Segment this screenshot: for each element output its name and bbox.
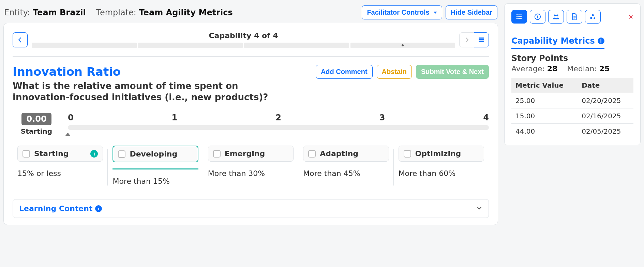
- learning-content-toggle[interactable]: Learning Content i: [13, 199, 489, 218]
- top-header: Entity: Team Brazil Template: Team Agili…: [3, 3, 498, 23]
- sidebar-section-label: Capability Metrics: [511, 36, 595, 46]
- svg-rect-3: [480, 39, 484, 40]
- cell-value: 15.00: [511, 108, 578, 124]
- cell-date: 02/16/2025: [578, 108, 633, 124]
- level-label: Starting: [34, 149, 69, 158]
- info-icon: i: [95, 205, 102, 212]
- submit-vote-button[interactable]: Submit Vote & Next: [416, 65, 489, 79]
- abstain-label: Abstain: [382, 68, 407, 76]
- sidebar-tab-info[interactable]: [530, 10, 545, 24]
- sidebar: ✕ Capability Metrics i Story Points Aver…: [504, 3, 641, 145]
- svg-point-8: [516, 16, 518, 17]
- current-value-badge: 0.00: [21, 113, 51, 125]
- metrics-table: Metric Value Date 25.0002/20/202515.0002…: [511, 78, 633, 139]
- svg-rect-21: [590, 17, 593, 19]
- tick-0: 0: [68, 113, 74, 122]
- cell-date: 02/05/2025: [578, 124, 633, 139]
- svg-point-20: [592, 14, 594, 16]
- svg-rect-17: [573, 16, 575, 16]
- info-icon[interactable]: i: [90, 150, 98, 158]
- hide-sidebar-button[interactable]: Hide Sidebar: [446, 5, 497, 19]
- sidebar-tab-shapes[interactable]: [585, 10, 601, 24]
- capability-list-button[interactable]: [474, 32, 489, 47]
- level-desc: More than 15%: [113, 177, 198, 186]
- prev-capability-button[interactable]: [13, 32, 28, 47]
- col-date: Date: [578, 78, 633, 93]
- svg-rect-2: [479, 39, 480, 40]
- svg-point-6: [516, 14, 518, 16]
- svg-rect-13: [537, 16, 538, 18]
- svg-rect-14: [537, 15, 538, 16]
- level-label: Optimizing: [415, 149, 461, 158]
- svg-point-10: [516, 18, 518, 19]
- progress-segments: [32, 43, 455, 48]
- svg-point-15: [554, 15, 556, 17]
- svg-rect-11: [518, 18, 522, 19]
- table-row: 25.0002/20/2025: [511, 93, 633, 108]
- avg-value: 28: [547, 64, 558, 73]
- add-comment-label: Add Comment: [321, 68, 368, 76]
- progress-seg-1[interactable]: [32, 43, 137, 48]
- level-label: Adapting: [320, 149, 358, 158]
- table-row: 15.0002/16/2025: [511, 108, 633, 124]
- level-chip-starting[interactable]: Startingi: [17, 146, 103, 162]
- hide-sidebar-label: Hide Sidebar: [451, 9, 492, 16]
- facilitator-controls-label: Facilitator Controls: [367, 9, 429, 16]
- svg-rect-18: [573, 17, 575, 17]
- svg-rect-0: [479, 38, 480, 39]
- svg-rect-4: [479, 41, 480, 42]
- info-icon: i: [598, 38, 604, 44]
- svg-rect-1: [480, 38, 484, 39]
- metric-name: Story Points: [511, 54, 633, 63]
- sidebar-section-title: Capability Metrics i: [511, 36, 604, 49]
- level-starting: Startingi15% or less: [13, 146, 108, 186]
- tick-2: 2: [275, 113, 281, 122]
- sidebar-tab-document[interactable]: [567, 10, 582, 24]
- capability-title: Innovation Ratio: [13, 65, 292, 78]
- sidebar-tab-list[interactable]: [511, 10, 527, 24]
- template-label: Template:: [96, 8, 136, 17]
- progress-seg-3[interactable]: [244, 43, 349, 48]
- svg-rect-9: [518, 16, 522, 17]
- cell-value: 25.00: [511, 93, 578, 108]
- slider-thumb[interactable]: [65, 133, 71, 136]
- close-sidebar-button[interactable]: ✕: [628, 13, 633, 20]
- metric-stats: Average: 28 Median: 25: [511, 64, 633, 73]
- tick-3: 3: [379, 113, 385, 122]
- cell-date: 02/20/2025: [578, 93, 633, 108]
- progress-seg-2[interactable]: [138, 43, 243, 48]
- slider-track[interactable]: [68, 125, 489, 130]
- checkbox[interactable]: [308, 150, 316, 158]
- cell-value: 44.00: [511, 124, 578, 139]
- median-label: Median:: [567, 64, 597, 73]
- add-comment-button[interactable]: Add Comment: [316, 65, 373, 79]
- current-value-label: Starting: [13, 127, 60, 135]
- capability-description: What is the relative amount of time spen…: [13, 80, 292, 103]
- col-metric-value: Metric Value: [511, 78, 578, 93]
- level-options: Startingi15% or lessDevelopingiMore than…: [13, 146, 489, 186]
- svg-rect-19: [573, 18, 575, 18]
- level-chip-optimizing[interactable]: Optimizingi: [399, 146, 484, 162]
- slider-ticks: 0 1 2 3 4: [68, 113, 489, 122]
- level-emerging: EmergingiMore than 30%: [203, 146, 298, 186]
- abstain-button[interactable]: Abstain: [377, 65, 412, 79]
- level-label: Developing: [130, 150, 177, 158]
- level-chip-developing[interactable]: Developingi: [113, 146, 198, 162]
- capability-card: Capability 4 of 4: [3, 23, 498, 225]
- checkbox[interactable]: [118, 150, 125, 158]
- level-chip-emerging[interactable]: Emergingi: [208, 146, 294, 162]
- avg-label: Average:: [511, 64, 545, 73]
- table-row: 44.0002/05/2025: [511, 124, 633, 139]
- level-chip-adapting[interactable]: Adaptingi: [303, 146, 389, 162]
- level-developing: DevelopingiMore than 15%: [108, 146, 203, 186]
- checkbox[interactable]: [213, 150, 221, 158]
- level-desc: 15% or less: [17, 169, 103, 178]
- checkbox[interactable]: [23, 150, 30, 158]
- sidebar-tab-team[interactable]: [548, 10, 564, 24]
- checkbox[interactable]: [404, 150, 411, 158]
- submit-vote-label: Submit Vote & Next: [421, 68, 484, 76]
- facilitator-controls-button[interactable]: Facilitator Controls: [362, 5, 442, 19]
- tick-4: 4: [483, 113, 489, 122]
- progress-seg-4[interactable]: [350, 43, 455, 48]
- entity-label: Entity:: [4, 8, 30, 17]
